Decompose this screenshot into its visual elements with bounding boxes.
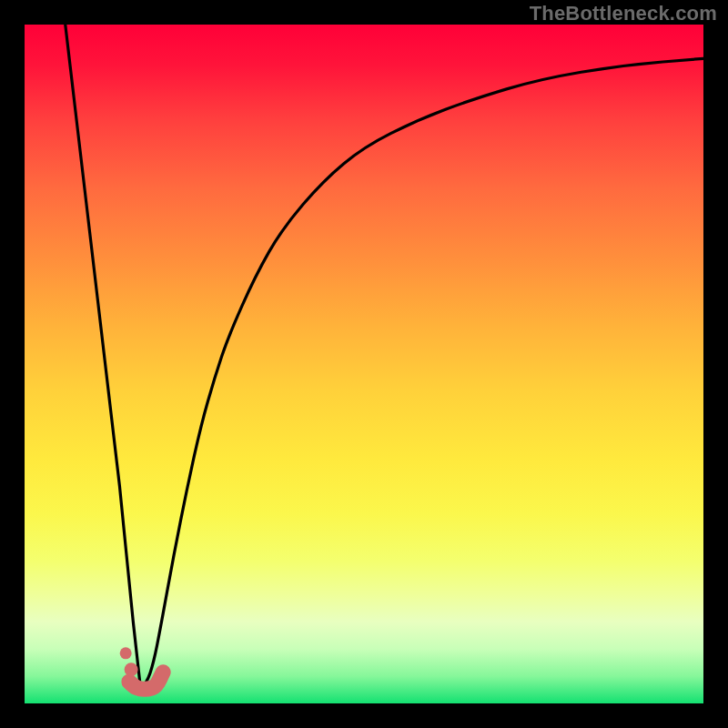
marker-dot [125, 662, 138, 676]
curve-layer [25, 25, 703, 703]
plot-area [25, 25, 703, 703]
curve-right-branch [140, 58, 703, 690]
chart-frame: TheBottleneck.com [0, 0, 728, 728]
watermark-text: TheBottleneck.com [530, 2, 717, 25]
curve-left-branch [66, 25, 140, 683]
marker-dot [120, 647, 132, 659]
